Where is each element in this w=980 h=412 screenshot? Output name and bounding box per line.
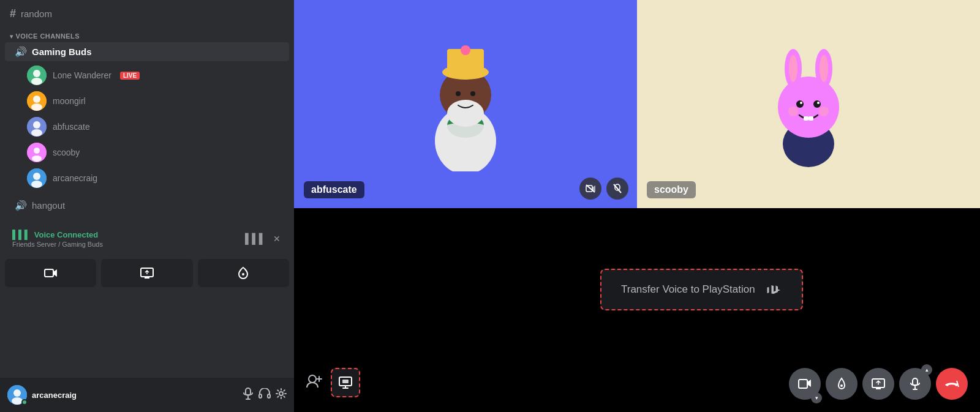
screen-share-selected-button[interactable] [331, 368, 360, 397]
avatar-lone-wanderer [27, 66, 47, 85]
svg-point-32 [456, 91, 461, 96]
transfer-voice-label: Transfer Voice to PlayStation [621, 283, 755, 296]
user-panel-avatar [7, 385, 27, 405]
svg-point-13 [33, 173, 40, 180]
svg-point-14 [31, 181, 42, 188]
voice-connected-section: ▌▌▌ Voice Connected Friends Server / Gam… [5, 225, 289, 253]
svg-rect-22 [259, 394, 262, 398]
member-name-lone-wanderer: Lone Wanderer [53, 70, 111, 80]
voice-disconnect-button[interactable]: ✕ [272, 233, 282, 245]
member-name-moongirl: moongirl [53, 96, 86, 106]
activity-launch-button[interactable] [198, 259, 289, 287]
svg-rect-15 [45, 269, 53, 277]
svg-point-46 [813, 100, 821, 108]
voice-settings-button[interactable]: ▌▌▌ [244, 232, 267, 245]
avatar-scooby [27, 143, 47, 162]
vc-action-buttons [0, 253, 294, 293]
activity-button[interactable] [826, 368, 858, 400]
bottom-right-controls: ▾ ▴ [789, 368, 968, 400]
hangup-button[interactable] [936, 368, 968, 400]
signal-icon: ▌▌▌ [12, 230, 31, 239]
gaming-buds-label: Gaming Buds [32, 47, 92, 57]
svg-point-57 [840, 384, 843, 387]
tile-mic-off-button[interactable] [606, 178, 628, 200]
live-badge-lone-wanderer: LIVE [120, 72, 140, 80]
svg-rect-23 [268, 394, 270, 398]
mic-control-group: ▴ [899, 368, 931, 400]
user-settings-button[interactable] [276, 388, 287, 402]
screen-share-button[interactable] [101, 259, 192, 287]
svg-point-45 [796, 100, 804, 108]
scooby-character [760, 37, 858, 171]
camera-toggle-button[interactable] [5, 259, 96, 287]
member-name-abfuscate: abfuscate [53, 122, 90, 132]
hash-icon: # [10, 7, 16, 20]
chevron-down-icon: ▾ [10, 33, 13, 40]
svg-point-8 [31, 129, 42, 137]
svg-point-43 [789, 55, 797, 82]
transfer-voice-popup[interactable]: Transfer Voice to PlayStation [600, 269, 803, 310]
user-panel: arcanecraig [0, 378, 294, 412]
sidebar: # random ▾ VOICE CHANNELS 🔊 Gaming Buds … [0, 0, 294, 412]
svg-point-49 [788, 107, 798, 116]
svg-point-30 [461, 45, 470, 55]
svg-point-40 [778, 77, 839, 138]
member-list: Lone Wanderer LIVE moongirl abfuscate sc… [0, 61, 294, 192]
svg-point-10 [34, 148, 40, 154]
tile-name-scooby: scooby [647, 181, 696, 198]
svg-point-47 [800, 102, 802, 104]
tile-controls-abfuscate [579, 178, 628, 200]
user-panel-name: arcanecraig [32, 391, 238, 400]
svg-point-5 [31, 103, 42, 111]
svg-rect-56 [799, 380, 807, 388]
vc-server-name: Friends Server / Gaming Buds [12, 241, 103, 248]
tile-video-off-button[interactable] [579, 178, 601, 200]
svg-point-19 [13, 389, 21, 397]
svg-point-53 [309, 375, 316, 383]
svg-point-2 [31, 78, 42, 85]
svg-point-44 [820, 55, 828, 82]
voice-connected-label: ▌▌▌ Voice Connected [12, 230, 103, 239]
speaker-icon-2: 🔊 [15, 200, 27, 211]
user-panel-icons [243, 388, 287, 403]
avatar-arcanecraig [27, 168, 47, 188]
member-item-arcanecraig[interactable]: arcanecraig [5, 165, 289, 191]
svg-rect-52 [809, 116, 813, 121]
member-item-lone-wanderer[interactable]: Lone Wanderer LIVE [5, 62, 289, 88]
svg-point-34 [438, 122, 493, 141]
main-content: abfuscate [294, 0, 980, 412]
svg-point-50 [819, 107, 829, 116]
svg-point-33 [470, 91, 475, 96]
svg-point-17 [242, 273, 244, 275]
headphones-button[interactable] [258, 388, 271, 402]
voice-channel-hangout[interactable]: 🔊 hangout [5, 196, 289, 215]
add-user-button[interactable] [306, 373, 323, 392]
online-status-dot [21, 399, 28, 405]
playstation-icon [765, 281, 782, 298]
hangout-label: hangout [32, 200, 65, 211]
voice-channel-gaming-buds[interactable]: 🔊 Gaming Buds [5, 42, 289, 61]
bottom-section: Transfer Voice to PlayStation [294, 208, 980, 412]
svg-point-48 [817, 102, 820, 104]
member-item-moongirl[interactable]: moongirl [5, 88, 289, 114]
video-tile-scooby: scooby [637, 0, 980, 208]
avatar-abfuscate [27, 117, 47, 137]
channel-header: # random [0, 0, 294, 28]
camera-chevron-down[interactable]: ▾ [811, 392, 822, 403]
member-item-scooby[interactable]: scooby [5, 140, 289, 165]
speaker-icon: 🔊 [15, 46, 27, 58]
mic-toggle-button[interactable] [243, 388, 254, 403]
svg-point-24 [279, 392, 283, 395]
member-item-abfuscate[interactable]: abfuscate [5, 114, 289, 140]
video-grid: abfuscate [294, 0, 980, 208]
mic-chevron-up[interactable]: ▴ [921, 364, 932, 375]
member-name-arcanecraig: arcanecraig [53, 173, 97, 183]
voice-channels-section-label: ▾ VOICE CHANNELS [0, 28, 294, 42]
bottom-left-buttons [306, 368, 360, 397]
tile-name-abfuscate: abfuscate [304, 181, 364, 198]
abfuscate-character [417, 37, 514, 171]
member-name-scooby: scooby [53, 148, 80, 157]
svg-rect-55 [342, 380, 349, 383]
screenshare-bottom-button[interactable] [862, 368, 894, 400]
svg-point-1 [33, 70, 40, 77]
